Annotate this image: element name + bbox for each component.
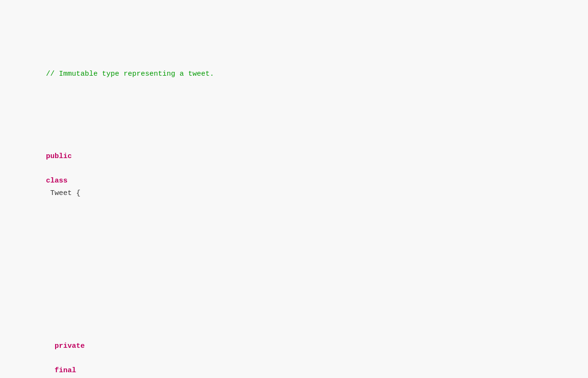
code-line-1: // Immutable type representing a tweet. [29, 56, 574, 92]
code-line-blank-1 [29, 258, 574, 270]
comment-immutable: // Immutable type representing a tweet. [46, 70, 214, 78]
keyword-public: public [46, 152, 72, 160]
code-line-2: public class Tweet { [29, 138, 574, 212]
code-line-field-author: private final String author; [29, 316, 574, 378]
keyword-class: class [46, 177, 68, 185]
code-container: // Immutable type representing a tweet. … [0, 0, 588, 378]
